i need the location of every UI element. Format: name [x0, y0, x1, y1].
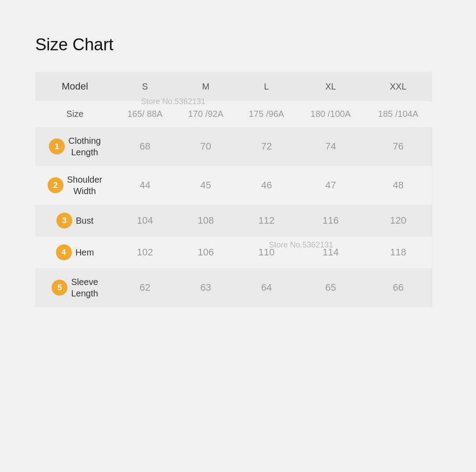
row-1-xl: 74: [297, 127, 364, 166]
row-5-xxl: 66: [364, 268, 432, 307]
row-label: SleeveLength: [71, 276, 98, 299]
badge-3: 3: [56, 213, 72, 229]
header-s: S: [115, 72, 175, 101]
badge-2: 2: [48, 177, 63, 193]
row-2-xxl: 48: [364, 166, 432, 205]
header-m: M: [175, 72, 236, 101]
row-5-l: 64: [236, 268, 297, 307]
row-5-xl: 65: [297, 268, 364, 307]
row-5-m: 63: [175, 268, 236, 307]
table-row: 2ShoulderWidth4445464748: [35, 166, 432, 205]
row-label: ClothingLength: [68, 135, 100, 158]
row-4-xxl: 118: [364, 236, 432, 268]
size-row: Size 165/ 88A 170 /92A 175 /96A 180 /100…: [35, 101, 432, 127]
size-m: 170 /92A: [175, 101, 236, 127]
badge-1: 1: [49, 139, 65, 154]
table-row: 3Bust104108112116120: [35, 205, 432, 236]
badge-4: 4: [56, 244, 72, 260]
row-2-s: 44: [115, 166, 175, 205]
size-s: 165/ 88A: [115, 101, 175, 127]
row-label-cell: 4Hem: [35, 236, 115, 268]
row-label: Bust: [76, 215, 93, 226]
row-label-cell: 3Bust: [35, 205, 115, 236]
header-xl: XL: [297, 72, 364, 101]
row-2-xl: 47: [297, 166, 364, 205]
row-3-xxl: 120: [364, 205, 432, 236]
size-chart-table: Model S M L XL XXL Size 165/ 88A 170 /92…: [35, 72, 432, 307]
row-3-xl: 116: [297, 205, 364, 236]
header-xxl: XXL: [364, 72, 432, 101]
row-label-cell: 2ShoulderWidth: [35, 166, 115, 205]
row-1-s: 68: [115, 127, 175, 166]
row-4-s: 102: [115, 236, 175, 268]
size-l: 175 /96A: [236, 101, 297, 127]
row-1-xxl: 76: [364, 127, 432, 166]
row-2-m: 45: [175, 166, 236, 205]
row-1-l: 72: [236, 127, 297, 166]
table-row: 5SleeveLength6263646566: [35, 268, 432, 307]
table-row: 4Hem102106110114118: [35, 236, 432, 268]
row-1-m: 70: [175, 127, 236, 166]
row-3-s: 104: [115, 205, 175, 236]
size-label: Size: [35, 101, 115, 127]
row-4-m: 106: [175, 236, 236, 268]
page-title: Size Chart: [35, 35, 441, 54]
size-xxl: 185 /104A: [364, 101, 432, 127]
header-l: L: [236, 72, 297, 101]
row-5-s: 62: [115, 268, 175, 307]
row-3-m: 108: [175, 205, 236, 236]
row-label-cell: 1ClothingLength: [35, 127, 115, 166]
row-2-l: 46: [236, 166, 297, 205]
row-label: Hem: [75, 247, 94, 258]
row-4-xl: 114: [297, 236, 364, 268]
row-label: ShoulderWidth: [67, 174, 102, 197]
row-label-cell: 5SleeveLength: [35, 268, 115, 307]
table-row: 1ClothingLength6870727476: [35, 127, 432, 166]
row-3-l: 112: [236, 205, 297, 236]
badge-5: 5: [52, 280, 67, 296]
size-xl: 180 /100A: [297, 101, 364, 127]
row-4-l: 110: [236, 236, 297, 268]
header-model: Model: [35, 72, 115, 101]
